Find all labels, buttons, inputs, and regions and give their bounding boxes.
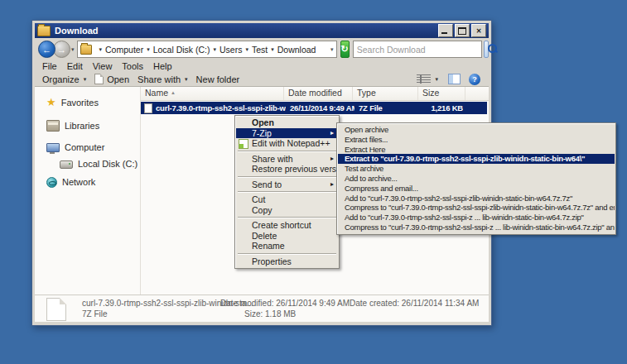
file-date-modified: 26/11/2014 9:49 AM [286, 103, 354, 113]
context-menu-delete[interactable]: Delete [236, 231, 338, 242]
sidebar-item-libraries[interactable]: Libraries [46, 120, 99, 132]
submenu-extract-files[interactable]: Extract files... [338, 135, 615, 145]
chevron-down-icon[interactable]: ▾ [435, 76, 438, 83]
menu-item-label: Edit with Notepad++ [252, 138, 330, 148]
submenu-compress-to-7z-and-email[interactable]: Compress to "curl-7.39.0-rtmp-ssh2-ssl-s… [338, 203, 615, 213]
star-icon: ★ [46, 98, 56, 108]
close-button[interactable] [471, 24, 486, 37]
breadcrumb-chevron-icon[interactable]: ▾ [147, 46, 150, 53]
back-button[interactable]: ← [38, 41, 55, 58]
open-button[interactable]: Open [94, 74, 129, 84]
details-pane: curl-7.39.0-rtmp-ssh2-ssl-sspi-zlib-wini… [35, 295, 489, 322]
change-view-icon[interactable] [417, 74, 431, 84]
disk-icon [60, 160, 73, 169]
file-name: curl-7.39.0-rtmp-ssh2-ssl-sspi-zlib-wini… [156, 103, 286, 113]
menu-edit[interactable]: Edit [67, 61, 83, 71]
menu-separator [238, 217, 336, 218]
address-dropdown-icon[interactable]: ▾ [330, 46, 334, 53]
context-menu-copy[interactable]: Copy [236, 205, 338, 216]
submenu-extract-to-folder[interactable]: Extract to "curl-7.39.0-rtmp-ssh2-ssl-ss… [338, 154, 615, 164]
sidebar-label: Local Disk (C:) [78, 159, 137, 169]
column-header-name[interactable]: Name▲ [141, 87, 284, 100]
context-menu: Open 7-Zip Edit with Notepad++ Share wit… [234, 115, 340, 269]
context-menu-send-to[interactable]: Send to [236, 180, 338, 190]
context-menu-open[interactable]: Open [236, 117, 338, 128]
minimize-button[interactable] [438, 24, 453, 37]
breadcrumb-test[interactable]: Test [252, 45, 268, 55]
details-date-modified: Date modified: 26/11/2014 9:49 AM [220, 299, 350, 308]
history-dropdown-icon[interactable]: ▾ [71, 46, 75, 53]
new-folder-label: New folder [196, 74, 240, 84]
open-label: Open [107, 74, 129, 84]
context-menu-restore-previous-versions[interactable]: Restore previous versions [236, 164, 338, 175]
breadcrumb-computer[interactable]: Computer [105, 45, 143, 55]
organize-button[interactable]: Organize ▾ [42, 74, 86, 84]
menu-tools[interactable]: Tools [122, 61, 143, 71]
sidebar-item-computer[interactable]: Computer [46, 141, 104, 153]
maximize-button[interactable] [455, 24, 470, 37]
address-row: ← → ▾ ▾ Computer ▾ Local Disk (C:) ▾ Use… [35, 39, 489, 60]
search-button[interactable] [484, 41, 489, 58]
organize-label: Organize [42, 74, 80, 84]
breadcrumb-chevron-icon[interactable]: ▾ [99, 46, 103, 53]
menu-file[interactable]: File [42, 61, 57, 71]
context-menu-7zip[interactable]: 7-Zip [236, 128, 338, 139]
location-folder-icon [80, 45, 92, 55]
details-size: Size: 1.18 MB [244, 309, 296, 318]
new-folder-button[interactable]: New folder [196, 74, 240, 84]
desktop: Download ← → ▾ ▾ Computer ▾ Local Disk (… [0, 0, 627, 364]
share-with-button[interactable]: Share with ▾ [137, 74, 188, 84]
breadcrumb-chevron-icon[interactable]: ▾ [271, 46, 274, 53]
address-breadcrumb[interactable]: ▾ Computer ▾ Local Disk (C:) ▾ Users ▾ T… [77, 41, 337, 58]
breadcrumb-local-disk[interactable]: Local Disk (C:) [153, 45, 210, 55]
submenu-compress-and-email[interactable]: Compress and email... [338, 184, 615, 194]
refresh-button[interactable]: ↻ [340, 41, 350, 58]
menu-view[interactable]: View [93, 61, 113, 71]
share-with-label: Share with [137, 74, 181, 84]
context-menu-create-shortcut[interactable]: Create shortcut [236, 220, 338, 231]
sidebar-label: Favorites [61, 98, 99, 108]
submenu-open-archive[interactable]: Open archive [338, 125, 615, 135]
submenu-test-archive[interactable]: Test archive [338, 164, 615, 174]
submenu-add-to-archive[interactable]: Add to archive... [338, 174, 615, 184]
search-input[interactable]: Search Download [353, 41, 482, 58]
sidebar-item-local-disk[interactable]: Local Disk (C:) [60, 158, 137, 170]
sidebar-item-network[interactable]: Network [46, 176, 95, 188]
forward-button[interactable]: → [53, 41, 70, 58]
breadcrumb-chevron-icon[interactable]: ▾ [245, 46, 248, 53]
menu-help[interactable]: Help [153, 61, 172, 71]
column-header-date-modified[interactable]: Date modified [284, 87, 353, 100]
column-header-size[interactable]: Size [418, 87, 465, 100]
column-header-type[interactable]: Type [353, 87, 418, 100]
window-title: Download [55, 26, 436, 36]
submenu-compress-to-zip-and-email[interactable]: Compress to "curl-7.39.0-rtmp-ssh2-ssl-s… [338, 223, 615, 232]
sidebar-item-favorites[interactable]: ★ Favorites [46, 97, 99, 108]
context-menu-share-with[interactable]: Share with [236, 154, 338, 165]
column-headers: Name▲ Date modified Type Size [141, 87, 489, 101]
computer-icon [46, 143, 60, 152]
7zip-submenu: Open archive Extract files... Extract He… [336, 122, 616, 235]
breadcrumb-chevron-icon[interactable]: ▾ [214, 46, 217, 53]
file-icon [94, 74, 104, 84]
details-file-type: 7Z File [82, 309, 108, 318]
file-size: 1,216 KB [420, 103, 463, 113]
submenu-extract-here[interactable]: Extract Here [338, 145, 615, 155]
file-type: 7Z File [354, 103, 420, 113]
context-menu-edit-with-notepadpp[interactable]: Edit with Notepad++ [236, 138, 338, 149]
network-icon [46, 177, 57, 188]
sort-ascending-icon: ▲ [171, 90, 176, 95]
title-bar[interactable]: Download [35, 23, 489, 38]
breadcrumb-download[interactable]: Download [277, 45, 316, 55]
context-menu-rename[interactable]: Rename [236, 241, 338, 251]
help-icon[interactable]: ? [469, 74, 480, 85]
menu-separator [238, 253, 336, 255]
context-menu-properties[interactable]: Properties [236, 256, 338, 267]
preview-pane-icon[interactable] [448, 74, 461, 84]
submenu-add-to-7z[interactable]: Add to "curl-7.39.0-rtmp-ssh2-ssl-sspi-z… [338, 194, 615, 204]
file-row-selected[interactable]: curl-7.39.0-rtmp-ssh2-ssl-sspi-zlib-wini… [141, 102, 487, 114]
breadcrumb-users[interactable]: Users [219, 45, 242, 55]
submenu-add-to-zip[interactable]: Add to "curl-7.39.0-rtmp-ssh2-ssl-sspi-z… [338, 213, 615, 223]
context-menu-cut[interactable]: Cut [236, 194, 338, 205]
details-date-created: Date created: 26/11/2014 11:34 AM [350, 299, 479, 308]
command-toolbar: Organize ▾ Open Share with ▾ New folder … [35, 72, 489, 87]
